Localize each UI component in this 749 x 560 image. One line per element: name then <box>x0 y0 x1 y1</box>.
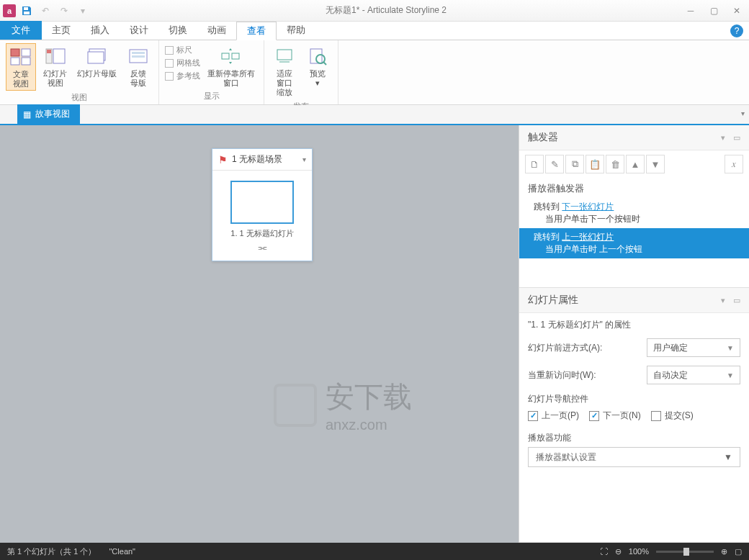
titlebar: a ↶ ↷ ▾ 无标题1* - Articulate Storyline 2 ─… <box>0 0 749 22</box>
trigger-paste-button[interactable]: 📋 <box>586 155 604 173</box>
svg-rect-12 <box>132 52 145 54</box>
watermark: 安下载 anxz.com <box>274 377 412 433</box>
undo-button[interactable]: ↶ <box>37 3 53 19</box>
status-bar: 第 1 个幻灯片（共 1 个） "Clean" ⛶ ⊖ 100% ⊕ ▢ <box>0 543 749 560</box>
slide-label: 1. 1 无标题幻灯片 <box>212 228 312 239</box>
maximize-button[interactable]: ▢ <box>704 4 723 18</box>
trigger-copy-button[interactable]: ⧉ <box>565 155 584 173</box>
ribbon-group-show: 标尺 网格线 参考线 重新停靠所有 窗口 显示 <box>159 40 264 104</box>
help-icon[interactable]: ? <box>730 24 743 37</box>
tab-design[interactable]: 设计 <box>120 21 158 40</box>
svg-rect-2 <box>11 49 19 56</box>
guides-checkbox[interactable]: 参考线 <box>165 71 200 81</box>
panel-menu-icon[interactable]: ▾ <box>721 296 725 305</box>
feedback-master-button[interactable]: 反馈 母版 <box>124 43 153 89</box>
player-func-label: 播放器功能 <box>519 428 749 447</box>
trigger-delete-button[interactable]: 🗑 <box>606 155 624 173</box>
story-view-icon: ▦ <box>23 109 31 119</box>
ribbon-tabs: 文件 主页 插入 设计 切换 动画 查看 帮助 ? <box>0 22 749 40</box>
trigger-section-title: 播放器触发器 <box>519 178 749 198</box>
trigger-item[interactable]: 跳转到 下一张幻灯片 当用户单击下一个按钮时 <box>519 198 749 228</box>
props-subtitle: "1. 1 无标题幻灯片" 的属性 <box>519 313 749 334</box>
svg-rect-14 <box>222 53 229 59</box>
svg-rect-8 <box>47 50 51 53</box>
tab-help[interactable]: 帮助 <box>277 21 315 40</box>
zoom-out-icon[interactable]: ⊖ <box>615 547 622 556</box>
tab-home[interactable]: 主页 <box>42 21 81 40</box>
zoom-slider[interactable] <box>656 551 714 553</box>
lock-icon <box>274 384 317 427</box>
panel-pop-icon[interactable]: ▭ <box>733 133 740 143</box>
subbar: ▦ 故事视图 ▾ <box>0 105 749 125</box>
svg-rect-15 <box>232 53 239 59</box>
triggers-toolbar: 🗋 ✎ ⧉ 📋 🗑 ▲ ▼ 𝑥 <box>519 150 749 178</box>
slide-master-button[interactable]: 幻灯片母版 <box>74 43 120 80</box>
tab-animation[interactable]: 动画 <box>197 21 236 40</box>
status-slide: 第 1 个幻灯片（共 1 个） <box>7 546 96 557</box>
svg-rect-4 <box>11 58 19 65</box>
scene-dropdown-icon[interactable]: ▾ <box>302 155 306 163</box>
app-icon: a <box>3 4 16 17</box>
close-button[interactable]: ✕ <box>727 4 746 18</box>
triggers-panel: 触发器 ▾ ▭ 🗋 ✎ ⧉ 📋 🗑 ▲ ▼ 𝑥 播放器触发器 跳转到 下一张幻灯… <box>519 125 749 288</box>
trigger-vars-button[interactable]: 𝑥 <box>725 155 743 173</box>
status-theme: "Clean" <box>109 547 135 556</box>
ribbon-group-view: 文章 视图 幻灯片 视图 幻灯片母版 反馈 母版 视图 <box>0 40 159 104</box>
revisit-select[interactable]: 自动决定▼ <box>647 366 740 384</box>
side-panels: 触发器 ▾ ▭ 🗋 ✎ ⧉ 📋 🗑 ▲ ▼ 𝑥 播放器触发器 跳转到 下一张幻灯… <box>519 125 749 543</box>
panel-pop-icon[interactable]: ▭ <box>733 296 740 305</box>
ribbon: 文章 视图 幻灯片 视图 幻灯片母版 反馈 母版 视图 标尺 网格线 参考线 <box>0 40 749 105</box>
scene-title: 1 无标题场景 <box>232 153 282 166</box>
trigger-down-button[interactable]: ▼ <box>646 155 665 173</box>
gridlines-checkbox[interactable]: 网格线 <box>165 58 200 68</box>
trigger-item-selected[interactable]: 跳转到 上一张幻灯片 当用户单击时 上一个按钮 <box>519 228 749 258</box>
svg-rect-3 <box>22 49 30 56</box>
subbar-dropdown[interactable]: ▾ <box>741 109 745 117</box>
file-tab[interactable]: 文件 <box>0 21 42 40</box>
minimize-button[interactable]: ─ <box>681 4 700 18</box>
advance-label: 幻灯片前进方式(A): <box>528 342 641 354</box>
trigger-new-button[interactable]: 🗋 <box>525 155 544 173</box>
nav-next-checkbox[interactable]: ✓下一页(N) <box>589 410 641 422</box>
trigger-edit-button[interactable]: ✎ <box>545 155 564 173</box>
story-view-button[interactable]: 文章 视图 <box>6 43 36 91</box>
qat-dropdown[interactable]: ▾ <box>75 3 91 19</box>
svg-rect-10 <box>88 52 104 63</box>
zoom-label: 100% <box>629 547 649 556</box>
svg-rect-1 <box>24 12 30 14</box>
nav-submit-checkbox[interactable]: 提交(S) <box>651 410 694 422</box>
link-icon: ⫘ <box>212 242 312 261</box>
redock-button[interactable]: 重新停靠所有 窗口 <box>205 43 258 89</box>
scene-box: ⚑ 1 无标题场景 ▾ 1. 1 无标题幻灯片 ⫘ <box>212 148 313 261</box>
save-button[interactable] <box>19 3 35 19</box>
redo-button[interactable]: ↷ <box>56 3 72 19</box>
props-title: 幻灯片属性 <box>528 294 578 307</box>
ruler-checkbox[interactable]: 标尺 <box>165 45 200 55</box>
tab-view[interactable]: 查看 <box>236 22 277 40</box>
preview-button[interactable]: 预览 ▾ <box>303 43 332 89</box>
nav-title: 幻灯片导航控件 <box>519 389 749 407</box>
flag-icon: ⚑ <box>218 154 228 166</box>
svg-rect-7 <box>53 49 65 63</box>
window-title: 无标题1* - Articulate Storyline 2 <box>91 4 681 17</box>
nav-prev-checkbox[interactable]: ✓上一页(P) <box>528 410 579 422</box>
ribbon-group-publish: 适应 窗口 缩放 预览 ▾ 发布 <box>264 40 338 104</box>
tab-insert[interactable]: 插入 <box>81 21 120 40</box>
advance-select[interactable]: 用户确定▼ <box>647 338 740 357</box>
scene-header[interactable]: ⚑ 1 无标题场景 ▾ <box>212 149 312 171</box>
svg-line-19 <box>323 62 326 65</box>
slide-thumb[interactable] <box>230 181 294 224</box>
zoom-fit-icon[interactable]: ▢ <box>735 547 742 556</box>
canvas[interactable]: ⚑ 1 无标题场景 ▾ 1. 1 无标题幻灯片 ⫘ 安下载 anxz.com <box>0 125 519 543</box>
zoom-in-icon[interactable]: ⊕ <box>721 547 727 556</box>
slide-view-button[interactable]: 幻灯片 视图 <box>40 43 70 89</box>
story-view-tab[interactable]: ▦ 故事视图 <box>17 104 80 124</box>
trigger-up-button[interactable]: ▲ <box>626 155 645 173</box>
revisit-label: 当重新访问时(W): <box>528 369 641 381</box>
player-func-select[interactable]: 播放器默认设置▼ <box>528 447 740 467</box>
tab-transition[interactable]: 切换 <box>158 21 197 40</box>
panel-menu-icon[interactable]: ▾ <box>721 133 725 143</box>
fit-window-button[interactable]: 适应 窗口 缩放 <box>270 43 299 99</box>
fit-icon[interactable]: ⛶ <box>600 547 608 556</box>
svg-rect-16 <box>277 50 292 60</box>
